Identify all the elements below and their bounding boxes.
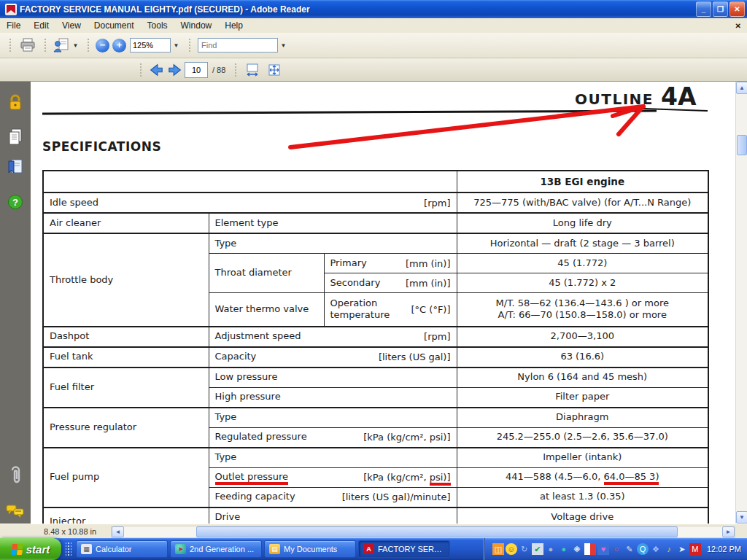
tray-icon-network-computers[interactable]: ❖ — [650, 543, 662, 555]
previous-page-button[interactable] — [147, 62, 166, 78]
spec-cell: Voltage drive — [457, 508, 708, 524]
spec-cell: Type — [209, 233, 457, 254]
next-page-button[interactable] — [166, 62, 185, 78]
zoom-level-input[interactable] — [130, 38, 171, 52]
zoom-out-button[interactable]: − — [96, 39, 109, 52]
tray-icon-display[interactable]: ♥ — [597, 543, 609, 555]
taskbar-task-pdf[interactable]: AFACTORY SERV... — [358, 540, 450, 558]
toolbar-grip[interactable] — [43, 37, 47, 53]
task-label: FACTORY SERV... — [378, 545, 445, 553]
sign-review-button[interactable]: ▼ — [52, 35, 82, 55]
horizontal-scrollbar[interactable]: ◄ ► — [111, 526, 735, 538]
tray-icon-red-ring[interactable]: ○ — [611, 543, 622, 555]
spec-cell: Fuel tank — [43, 347, 209, 368]
scroll-left-button[interactable]: ◄ — [112, 526, 124, 537]
scroll-right-button[interactable]: ► — [722, 526, 735, 537]
menu-item-tools[interactable]: Tools — [141, 19, 174, 32]
pdf-page[interactable]: OUTLINE 4A SPECIFICATIONS 13B EGI engine… — [31, 82, 735, 524]
menu-item-help[interactable]: Help — [218, 19, 249, 32]
tray-icon-gray-orb[interactable]: ● — [545, 543, 557, 555]
security-lock-icon[interactable] — [6, 93, 25, 112]
toolbar-grip[interactable] — [187, 37, 192, 53]
taskbar-task-folder[interactable]: ▤My Documents — [264, 540, 356, 558]
page-nav-toolbar: / 88 — [0, 58, 747, 82]
spec-cell: Fuel filter — [43, 368, 209, 408]
scroll-down-button[interactable]: ▼ — [736, 511, 747, 524]
taskbar-task-web[interactable]: ➤2nd Generation ... — [170, 540, 262, 558]
spec-cell: Dashpot — [43, 327, 209, 347]
taskbar-task-calc[interactable]: ▦Calculator — [76, 540, 168, 558]
close-document-icon[interactable]: ✕ — [735, 22, 741, 30]
spec-cell: Filter paper — [457, 387, 708, 408]
spec-cell: Water thermo valve — [209, 293, 324, 327]
tray-icon-orange-app[interactable]: ◫ — [492, 543, 504, 555]
windows-flag-icon — [11, 544, 23, 555]
tray-icon-mcafee[interactable]: M — [689, 543, 701, 555]
arrow-left-icon — [148, 63, 164, 77]
current-page-input[interactable] — [185, 62, 208, 78]
folder-icon: ▤ — [269, 544, 280, 554]
fit-page-button[interactable] — [266, 62, 282, 78]
adobe-reader-icon — [5, 4, 17, 15]
horizontal-scroll-thumb[interactable] — [196, 526, 678, 537]
fit-page-icon — [267, 63, 282, 77]
menu-item-window[interactable]: Window — [174, 19, 219, 32]
vertical-scrollbar[interactable]: ▲ ▼ — [735, 82, 747, 524]
tray-icon-agent[interactable]: ❋ — [571, 543, 583, 555]
menu-item-view[interactable]: View — [55, 19, 88, 32]
spec-cell: 63 (16.6) — [457, 347, 708, 368]
toolbar-grip[interactable] — [86, 37, 90, 53]
pdf-icon: A — [363, 544, 374, 554]
help-icon[interactable]: ? — [6, 192, 25, 211]
tray-icon-sync-arrows[interactable]: ↻ — [519, 543, 530, 555]
toolbar-grip[interactable] — [139, 62, 143, 78]
spec-cell: Diaphragm — [457, 408, 708, 428]
taskbar-grip[interactable] — [66, 541, 71, 557]
spec-cell: Type — [209, 408, 457, 428]
page-count-label: / 88 — [212, 66, 225, 74]
header-rule — [42, 111, 657, 114]
window-title: FACTORY SERVICE MANUAL EIGHTY.pdf (SECUR… — [20, 4, 696, 15]
task-label: My Documents — [284, 545, 337, 553]
dropdown-arrow-icon: ▼ — [70, 38, 81, 52]
tray-icon-flag[interactable] — [584, 543, 596, 555]
comments-icon[interactable] — [6, 502, 25, 521]
find-dropdown-icon[interactable]: ▼ — [278, 38, 289, 52]
close-button[interactable]: ✕ — [729, 1, 745, 17]
toolbar-grip[interactable] — [233, 62, 238, 78]
spec-cell: Air cleaner — [43, 213, 209, 233]
minimize-button[interactable]: _ — [696, 1, 711, 17]
menu-item-file[interactable]: File — [0, 19, 27, 32]
start-button[interactable]: start — [0, 538, 61, 560]
tray-icon-update-check[interactable]: ✔ — [532, 543, 543, 555]
find-input[interactable] — [198, 38, 278, 52]
spec-cell: 245.2—255.0 (2.5—2.6, 35.6—37.0) — [457, 427, 708, 448]
zoom-in-button[interactable]: + — [112, 39, 126, 52]
spec-cell: Adjustment speed[rpm] — [209, 327, 457, 347]
attachments-icon[interactable] — [6, 466, 25, 485]
bookmarks-panel-icon[interactable] — [6, 158, 25, 177]
vertical-scroll-thumb[interactable] — [737, 135, 747, 155]
spec-cell: Impeller (intank) — [457, 448, 708, 468]
zoom-dropdown-icon[interactable]: ▼ — [171, 38, 182, 52]
fit-width-icon — [245, 63, 260, 77]
tray-icon-quicktime[interactable]: Q — [637, 543, 649, 555]
spec-cell: Regulated pressure[kPa (kg/cm², psi)] — [209, 427, 457, 448]
scroll-up-button[interactable]: ▲ — [736, 82, 747, 94]
restore-button[interactable]: ❐ — [713, 1, 728, 17]
pages-panel-icon[interactable] — [6, 128, 25, 147]
spec-table: 13B EGI engineIdle speed[rpm]725—775 (wi… — [42, 170, 709, 524]
tray-icon-mouse[interactable]: ➤ — [676, 543, 688, 555]
tray-icon-volume[interactable]: ♪ — [663, 543, 675, 555]
menu-item-edit[interactable]: Edit — [27, 19, 55, 32]
menu-item-document[interactable]: Document — [88, 19, 141, 32]
web-icon: ➤ — [175, 544, 186, 554]
toolbar-grip[interactable] — [8, 37, 12, 53]
fit-width-button[interactable] — [244, 62, 260, 78]
tray-icon-smiley[interactable]: ☺ — [506, 543, 517, 555]
tray-icon-pen[interactable]: ✎ — [624, 543, 635, 555]
spec-cell: Horizontal — draft (2 stage — 3 barrel) — [457, 233, 708, 254]
navigation-sidebar: ? — [0, 82, 31, 524]
print-button[interactable] — [17, 35, 39, 55]
tray-icon-teal-orb[interactable]: ● — [558, 543, 570, 555]
